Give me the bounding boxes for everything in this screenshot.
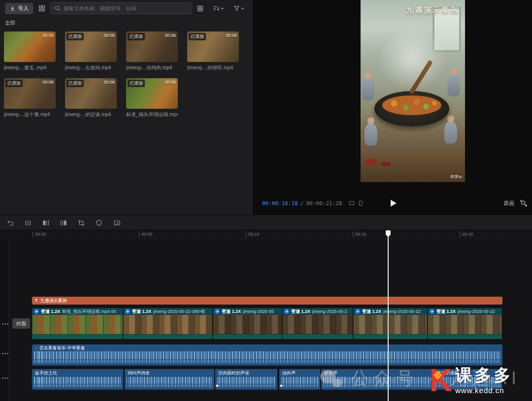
ruler-label: 00:00 [33, 232, 46, 237]
video-editor-app: 导入 [0, 0, 532, 401]
sfx-clip[interactable]: 切肉菜时的声音 [215, 369, 277, 390]
sfx-clip[interactable]: 油炸声 [279, 369, 320, 390]
media-item[interactable]: 已添加 00:06 jimeng-...这个菜.mp4 [4, 78, 56, 118]
media-library-panel: 导入 [0, 0, 254, 215]
media-filename: jimeng-...的很旺.mp4 [187, 64, 239, 71]
sfx-clip[interactable]: 徒手挖土坑 [32, 369, 123, 390]
sfx-clip[interactable]: 鸡叫声鸡舍 [125, 369, 214, 390]
crop-icon[interactable] [77, 218, 86, 227]
aspect-icon[interactable] [349, 200, 355, 206]
ai-watermark: 即梦AI [450, 174, 462, 180]
scene-figure [444, 121, 457, 144]
media-filename: 标准_镜头环绕运镜.mp4 [126, 111, 178, 118]
ruler-label: 00:10 [246, 232, 260, 237]
fullscreen-icon[interactable] [519, 199, 528, 208]
aspect-icon[interactable] [358, 200, 364, 206]
collection-grid-icon[interactable] [37, 4, 46, 13]
video-clip[interactable]: 变速 1.2X标准_镜头环绕运镜.mp4 00 [32, 308, 123, 339]
clip-footer [123, 334, 212, 339]
video-clip[interactable]: 变速 1.2Xjimeng-2025-05-2 [282, 308, 353, 339]
waveform [436, 384, 500, 387]
text-icon: T [35, 298, 38, 303]
preview-panel: 九遇演示案例 即梦AI 00:00:16:18 / 00:00:21:28 [255, 0, 532, 215]
waveform [281, 384, 318, 387]
media-filename: jimeng-...黄瓜..mp4 [4, 64, 56, 71]
cover-button[interactable]: 封面 [12, 318, 30, 329]
clip-footer [32, 334, 123, 339]
import-button[interactable]: 导入 [5, 3, 33, 14]
search-icon [55, 5, 61, 11]
video-track: 变速 1.2X标准_镜头环绕运镜.mp4 00 变速 1.2Xjimeng-20… [32, 308, 502, 339]
track-options-icon[interactable] [2, 352, 8, 354]
media-item[interactable]: 已添加 00:06 jimeng-...的交谈.mp4 [65, 78, 117, 118]
search-box[interactable] [50, 2, 192, 14]
current-timecode: 00:00:16:18 [262, 200, 298, 207]
media-item[interactable]: 00:06 jimeng-...黄瓜..mp4 [4, 31, 56, 71]
media-thumbnail: 已添加 00:06 [65, 31, 117, 62]
timeline-panel: 00:00 00:05 00:10 00:15 00:20 封面 T 九遇演示案… [0, 216, 532, 401]
speed-icon [355, 309, 360, 314]
ruler-label: 00:05 [139, 232, 153, 237]
music-note-icon: ♪ [35, 345, 37, 350]
frame-export-icon[interactable] [112, 218, 122, 227]
music-clip[interactable]: ♪ 舌尖美食音乐-中华美食 [32, 344, 502, 366]
undo-icon[interactable] [6, 218, 15, 227]
clip-filmstrip [282, 315, 353, 334]
media-item[interactable]: 已添加 00:06 jimeng-...切鸡肉.mp4 [126, 31, 178, 71]
scene-figure [447, 74, 460, 96]
total-timecode: 00:00:21:28 [306, 200, 342, 207]
delete-left-icon[interactable] [41, 218, 50, 227]
top-area: 导入 [0, 0, 532, 215]
track-options-icon[interactable] [2, 377, 8, 379]
scene-bowl [366, 159, 377, 165]
scene-figure [365, 123, 377, 146]
filter-icon[interactable] [233, 4, 245, 12]
delete-right-icon[interactable] [59, 218, 68, 227]
search-input[interactable] [64, 5, 188, 11]
video-clip[interactable]: 变速 1.2Xjimeng-2025-05-22 [428, 308, 502, 339]
added-badge: 已添加 [128, 33, 145, 40]
media-item[interactable]: 已添加 00:06 jimeng-...去抓鸡.mp4 [65, 31, 117, 71]
media-item[interactable]: 已添加 00:06 jimeng-...的很旺.mp4 [187, 31, 239, 71]
mask-icon[interactable] [95, 218, 103, 227]
aspect-controls [349, 200, 364, 206]
media-item[interactable]: 已添加 00:06 标准_镜头环绕运镜.mp4 [126, 78, 178, 118]
sfx-clip[interactable]: 炒菜声 [321, 369, 432, 390]
ruler-label: 00:15 [353, 232, 366, 237]
play-icon [391, 200, 397, 207]
waveform [217, 377, 275, 384]
import-icon [10, 6, 15, 11]
clip-footer [213, 334, 282, 339]
media-thumbnail: 已添加 00:06 [126, 78, 178, 109]
text-clip-label: 九遇演示案例 [40, 298, 67, 304]
waveform [34, 351, 500, 359]
media-filename: jimeng-...的交谈.mp4 [65, 111, 117, 118]
section-label-all: 全部 [0, 17, 253, 28]
clip-footer [353, 334, 427, 339]
added-badge: 已添加 [128, 80, 145, 87]
thumbnail-view-icon[interactable] [196, 4, 204, 13]
video-clip[interactable]: 变速 1.2Xjimeng-2025-05-22 [353, 308, 428, 339]
media-thumbnail: 00:06 [4, 31, 56, 62]
duration-badge: 00:06 [42, 80, 54, 85]
split-icon[interactable] [24, 218, 33, 227]
clip-filmstrip [123, 315, 212, 334]
video-preview[interactable]: 九遇演示案例 即梦AI [361, 0, 465, 182]
speed-icon [34, 309, 39, 314]
timeline-toolbar [0, 216, 532, 230]
clip-footer [428, 334, 502, 339]
playhead[interactable] [388, 230, 389, 401]
waveform [34, 377, 121, 384]
video-clip[interactable]: 变速 1.2Xjimeng-2025-05-22-380-镜 [123, 308, 213, 339]
ruler-label: 00:20 [460, 232, 473, 237]
added-badge: 已添加 [5, 80, 23, 87]
text-clip[interactable]: T 九遇演示案例 [32, 297, 502, 305]
video-clip[interactable]: 变速 1.2Xjimeng-2025-05 [213, 308, 282, 339]
time-ruler[interactable]: 00:00 00:05 00:10 00:15 00:20 [0, 230, 532, 239]
track-options-icon[interactable] [2, 323, 8, 325]
quality-button[interactable]: 原画 [503, 200, 514, 207]
play-button[interactable] [391, 200, 397, 207]
media-thumbnail: 已添加 00:06 [126, 31, 178, 62]
sort-icon[interactable] [212, 4, 225, 12]
sfx-clip[interactable]: 装盘的声音 [434, 369, 502, 390]
